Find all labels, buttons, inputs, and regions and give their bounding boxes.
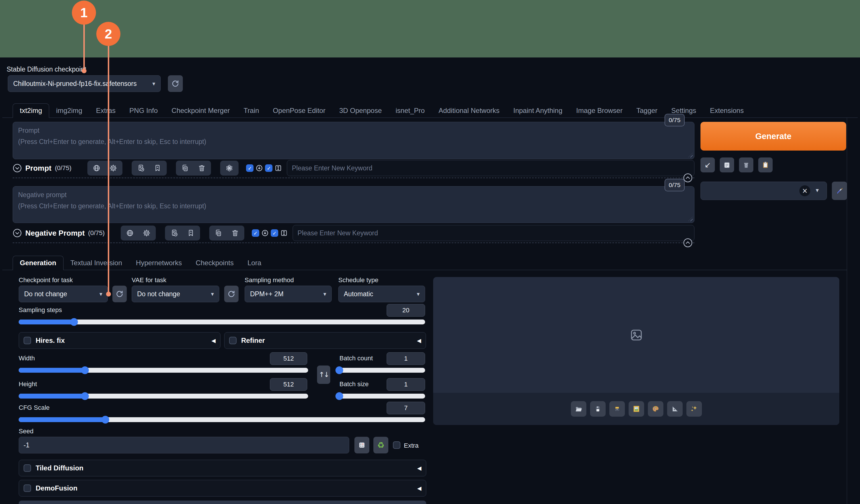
save-image-button[interactable] <box>590 401 606 417</box>
vae-for-task-dropdown[interactable]: Do not change▾ <box>132 286 219 302</box>
slider-thumb[interactable] <box>81 366 89 374</box>
trash-icon[interactable] <box>198 164 206 172</box>
demofusion-checkbox[interactable]: ✓ <box>24 485 31 492</box>
gear-icon[interactable] <box>109 164 117 172</box>
prompt-keyword-toggle-2[interactable]: ✓ <box>265 164 272 172</box>
generate-button[interactable]: Generate <box>701 122 846 150</box>
tab-img2img[interactable]: img2img <box>49 104 89 117</box>
save-zip-button[interactable] <box>610 401 625 417</box>
history-doc-icon[interactable] <box>170 229 178 237</box>
bookmark-icon[interactable] <box>154 164 161 172</box>
negative-keyword-input[interactable] <box>292 225 694 241</box>
tab-train[interactable]: Train <box>237 104 266 117</box>
tab-checkpoints[interactable]: Checkpoints <box>189 256 241 270</box>
copy-icon[interactable] <box>181 164 189 172</box>
send-to-extras-button[interactable] <box>667 401 683 417</box>
tab-tagger[interactable]: Tagger <box>630 104 664 117</box>
random-seed-button[interactable] <box>354 437 369 453</box>
tab-3d-openpose[interactable]: 3D Openpose <box>332 104 389 117</box>
tiled-diffusion-checkbox[interactable]: ✓ <box>24 464 31 472</box>
cfg-scale-slider[interactable] <box>19 417 425 422</box>
height-slider[interactable] <box>19 394 308 399</box>
hires-fix-accordion[interactable]: ✓ Hires. fix ◀ <box>19 332 220 349</box>
send-to-img2img-button[interactable] <box>629 401 644 417</box>
copy-icon[interactable] <box>214 229 223 237</box>
vae-refresh-button[interactable] <box>224 286 239 302</box>
swap-dimensions-button[interactable]: ↑↓ <box>317 365 330 384</box>
width-value[interactable]: 512 <box>270 352 307 365</box>
bookmark-icon[interactable] <box>187 229 195 237</box>
restore-icon[interactable] <box>261 229 269 237</box>
tab-image-browser[interactable]: Image Browser <box>569 104 630 117</box>
expand-icon[interactable] <box>13 228 22 237</box>
tab-hypernetworks[interactable]: Hypernetworks <box>129 256 189 270</box>
restore-icon[interactable] <box>255 164 263 172</box>
expand-icon[interactable] <box>13 163 22 173</box>
globe-icon[interactable] <box>126 229 134 237</box>
slider-thumb[interactable] <box>81 392 89 400</box>
open-folder-button[interactable] <box>571 401 586 417</box>
width-slider[interactable] <box>19 368 308 373</box>
tab-openpose-editor[interactable]: OpenPose Editor <box>266 104 332 117</box>
batch-count-slider[interactable] <box>338 368 425 373</box>
tab-isnet-pro[interactable]: isnet_Pro <box>389 104 431 117</box>
prompt-keyword-toggle-1[interactable]: ✓ <box>246 164 254 172</box>
checkpoint-refresh-button[interactable] <box>168 75 183 92</box>
notepad-button[interactable] <box>720 157 734 172</box>
batch-size-value[interactable]: 1 <box>387 378 425 391</box>
resize-handle-icon[interactable] <box>688 153 693 157</box>
history-doc-icon[interactable] <box>137 164 145 172</box>
schedule-type-dropdown[interactable]: Automatic▾ <box>338 286 425 302</box>
tab-extras[interactable]: Extras <box>89 104 123 117</box>
upscale-button[interactable] <box>686 401 702 417</box>
openai-icon[interactable] <box>225 164 233 172</box>
negative-prompt-textarea[interactable]: Negative prompt (Press Ctrl+Enter to gen… <box>13 186 694 223</box>
slider-thumb[interactable] <box>101 416 109 423</box>
send-to-inpaint-button[interactable] <box>648 401 663 417</box>
seed-input[interactable]: -1 <box>19 437 349 453</box>
tab-png-info[interactable]: PNG Info <box>123 104 165 117</box>
slider-thumb[interactable] <box>335 392 343 400</box>
clear-icon[interactable]: × <box>799 185 810 196</box>
collapse-icon[interactable] <box>683 238 693 248</box>
sampling-steps-value[interactable]: 20 <box>387 304 425 317</box>
refiner-checkbox[interactable]: ✓ <box>229 337 236 344</box>
apply-style-button[interactable] <box>832 182 847 200</box>
tab-checkpoint-merger[interactable]: Checkpoint Merger <box>165 104 237 117</box>
resize-handle-icon[interactable] <box>688 217 693 221</box>
height-value[interactable]: 512 <box>270 378 307 391</box>
text-cursor-icon[interactable] <box>280 229 288 237</box>
globe-icon[interactable] <box>92 164 101 172</box>
send-to-icon[interactable]: ↙ <box>701 157 715 172</box>
gear-icon[interactable] <box>143 229 150 237</box>
tab-generation[interactable]: Generation <box>13 256 63 270</box>
hires-fix-checkbox[interactable]: ✓ <box>24 337 31 344</box>
tab-textual-inversion[interactable]: Textual Inversion <box>63 256 129 270</box>
negative-keyword-toggle-1[interactable]: ✓ <box>252 229 259 237</box>
batch-size-slider[interactable] <box>338 394 425 399</box>
sampling-steps-slider[interactable] <box>19 319 425 325</box>
trash-icon[interactable] <box>231 229 239 237</box>
tab-extensions[interactable]: Extensions <box>703 104 750 117</box>
reuse-seed-button[interactable]: ♻ <box>373 437 388 453</box>
demofusion-accordion[interactable]: ✓ DemoFusion ◀ <box>19 480 426 496</box>
tab-additional-networks[interactable]: Additional Networks <box>432 104 506 117</box>
checkpoint-for-task-dropdown[interactable]: Do not change▾ <box>19 286 108 302</box>
tab-lora[interactable]: Lora <box>241 256 268 270</box>
tab-txt2img[interactable]: txt2img <box>13 103 49 118</box>
cfg-scale-value[interactable]: 7 <box>387 402 425 414</box>
checkpoint-task-refresh-button[interactable] <box>112 286 127 302</box>
tab-inpaint-anything[interactable]: Inpaint Anything <box>506 104 569 117</box>
clear-prompt-button[interactable] <box>739 157 754 172</box>
paste-button[interactable] <box>758 157 773 172</box>
sampling-method-dropdown[interactable]: DPM++ 2M▾ <box>245 286 332 302</box>
prompt-keyword-input[interactable] <box>287 160 694 176</box>
prompt-textarea[interactable]: Prompt (Press Ctrl+Enter to generate, Al… <box>13 122 694 159</box>
styles-caret-icon[interactable]: ▾ <box>816 187 819 194</box>
negative-keyword-toggle-2[interactable]: ✓ <box>271 229 278 237</box>
slider-thumb[interactable] <box>335 366 343 374</box>
text-cursor-icon[interactable] <box>274 164 282 172</box>
slider-thumb[interactable] <box>70 318 78 326</box>
batch-count-value[interactable]: 1 <box>387 352 425 365</box>
checkpoint-dropdown[interactable]: Chilloutmix-Ni-pruned-fp16-fix.safetenso… <box>8 75 161 92</box>
